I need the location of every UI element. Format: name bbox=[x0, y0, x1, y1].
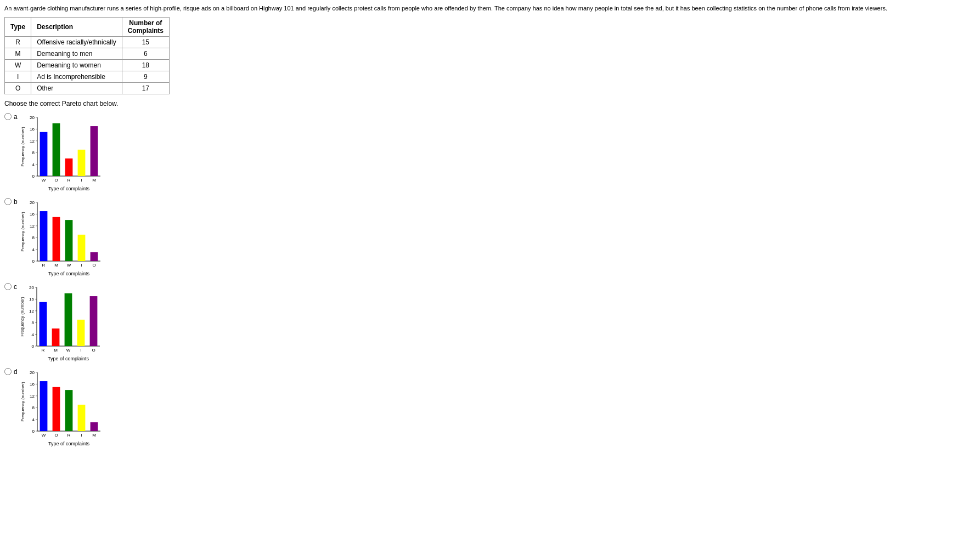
col-type: Type bbox=[5, 18, 31, 37]
svg-rect-72 bbox=[77, 320, 85, 346]
svg-rect-44 bbox=[65, 220, 72, 261]
svg-text:O: O bbox=[92, 263, 95, 268]
cell-count: 17 bbox=[122, 83, 169, 94]
chart-b: 048121620RMWIOFrequency (number)Type of … bbox=[20, 197, 105, 276]
svg-text:Type of complaints: Type of complaints bbox=[48, 271, 90, 276]
table-row: ROffensive racially/ethnically15 bbox=[5, 37, 170, 48]
option-label-b: b bbox=[14, 198, 18, 206]
svg-text:20: 20 bbox=[30, 200, 35, 205]
table-row: WDemeaning to women18 bbox=[5, 60, 170, 71]
svg-text:O: O bbox=[54, 433, 58, 438]
svg-text:0: 0 bbox=[32, 344, 35, 349]
table-row: OOther17 bbox=[5, 83, 170, 94]
chart-d: 048121620WORIMFrequency (number)Type of … bbox=[20, 367, 105, 446]
cell-desc: Offensive racially/ethnically bbox=[31, 37, 122, 48]
svg-rect-94 bbox=[52, 387, 60, 431]
svg-text:Type of complaints: Type of complaints bbox=[48, 356, 89, 361]
option-row-d: d048121620WORIMFrequency (number)Type of… bbox=[4, 367, 976, 446]
option-label-c: c bbox=[14, 283, 17, 291]
svg-rect-74 bbox=[90, 296, 98, 346]
svg-rect-14 bbox=[40, 132, 47, 176]
svg-text:8: 8 bbox=[32, 406, 35, 411]
svg-text:Frequency (number): Frequency (number) bbox=[20, 212, 25, 252]
cell-type: W bbox=[5, 60, 31, 71]
svg-rect-16 bbox=[52, 123, 60, 176]
cell-count: 18 bbox=[122, 60, 169, 71]
svg-text:12: 12 bbox=[29, 309, 34, 314]
svg-rect-70 bbox=[65, 293, 72, 346]
svg-text:I: I bbox=[81, 433, 82, 438]
svg-text:12: 12 bbox=[30, 139, 35, 144]
cell-count: 6 bbox=[122, 48, 169, 60]
chart-a: 048121620WORIMFrequency (number)Type of … bbox=[20, 112, 105, 191]
intro-text: An avant-garde clothing manufacturer run… bbox=[4, 4, 976, 13]
svg-text:4: 4 bbox=[32, 247, 35, 252]
svg-rect-18 bbox=[65, 159, 72, 176]
svg-text:Frequency (number): Frequency (number) bbox=[20, 382, 25, 422]
svg-text:Frequency (number): Frequency (number) bbox=[20, 127, 25, 167]
instruction: Choose the correct Pareto chart below. bbox=[4, 100, 976, 107]
cell-type: M bbox=[5, 48, 31, 60]
svg-text:20: 20 bbox=[29, 285, 34, 290]
radio-option-d[interactable] bbox=[4, 368, 12, 375]
svg-text:M: M bbox=[54, 263, 58, 268]
svg-text:W: W bbox=[66, 263, 71, 268]
svg-text:Type of complaints: Type of complaints bbox=[48, 441, 90, 446]
radio-option-b[interactable] bbox=[4, 198, 12, 205]
svg-text:W: W bbox=[41, 433, 46, 438]
svg-rect-42 bbox=[52, 217, 60, 261]
svg-text:0: 0 bbox=[32, 429, 35, 434]
radio-option-c[interactable] bbox=[4, 283, 12, 290]
option-row-b: b048121620RMWIOFrequency (number)Type of… bbox=[4, 197, 976, 276]
svg-text:R: R bbox=[42, 263, 45, 268]
svg-text:I: I bbox=[81, 178, 82, 183]
cell-type: O bbox=[5, 83, 31, 94]
svg-text:12: 12 bbox=[30, 224, 35, 229]
svg-rect-100 bbox=[90, 422, 98, 431]
svg-text:O: O bbox=[54, 178, 58, 183]
svg-text:20: 20 bbox=[30, 115, 35, 120]
option-row-a: a048121620WORIMFrequency (number)Type of… bbox=[4, 112, 976, 191]
svg-text:16: 16 bbox=[29, 297, 34, 302]
svg-rect-68 bbox=[52, 329, 60, 346]
cell-desc: Demeaning to women bbox=[31, 60, 122, 71]
svg-rect-96 bbox=[65, 390, 72, 431]
cell-desc: Demeaning to men bbox=[31, 48, 122, 60]
svg-rect-48 bbox=[90, 252, 98, 261]
svg-text:O: O bbox=[92, 348, 95, 353]
svg-text:4: 4 bbox=[32, 332, 35, 337]
chart-c: 048121620RMWIOFrequency (number)Type of … bbox=[19, 282, 104, 361]
cell-desc: Ad is Incomprehensible bbox=[31, 71, 122, 83]
svg-text:8: 8 bbox=[32, 321, 35, 326]
svg-text:R: R bbox=[67, 433, 70, 438]
svg-text:8: 8 bbox=[32, 151, 35, 156]
svg-text:16: 16 bbox=[30, 212, 35, 217]
col-count: Number ofComplaints bbox=[122, 18, 169, 37]
col-description: Description bbox=[31, 18, 122, 37]
radio-option-a[interactable] bbox=[4, 113, 12, 120]
svg-text:16: 16 bbox=[30, 382, 35, 387]
svg-rect-66 bbox=[40, 302, 47, 346]
svg-text:4: 4 bbox=[32, 162, 35, 167]
svg-text:20: 20 bbox=[30, 370, 35, 375]
option-row-c: c048121620RMWIOFrequency (number)Type of… bbox=[4, 282, 976, 361]
table-row: IAd is Incomprehensible9 bbox=[5, 71, 170, 83]
svg-text:8: 8 bbox=[32, 236, 35, 241]
svg-text:W: W bbox=[66, 348, 71, 353]
svg-rect-40 bbox=[40, 211, 47, 261]
svg-text:M: M bbox=[54, 348, 58, 353]
svg-text:Type of complaints: Type of complaints bbox=[48, 186, 90, 191]
option-label-d: d bbox=[14, 368, 18, 376]
complaints-table: Type Description Number ofComplaints ROf… bbox=[4, 17, 170, 94]
svg-text:I: I bbox=[80, 348, 81, 353]
svg-rect-46 bbox=[77, 235, 85, 261]
svg-rect-92 bbox=[40, 381, 47, 431]
svg-text:M: M bbox=[92, 433, 96, 438]
svg-text:0: 0 bbox=[32, 259, 35, 264]
svg-text:R: R bbox=[67, 178, 70, 183]
table-row: MDemeaning to men6 bbox=[5, 48, 170, 60]
cell-count: 9 bbox=[122, 71, 169, 83]
svg-text:M: M bbox=[92, 178, 96, 183]
svg-text:Frequency (number): Frequency (number) bbox=[20, 297, 25, 337]
cell-type: R bbox=[5, 37, 31, 48]
